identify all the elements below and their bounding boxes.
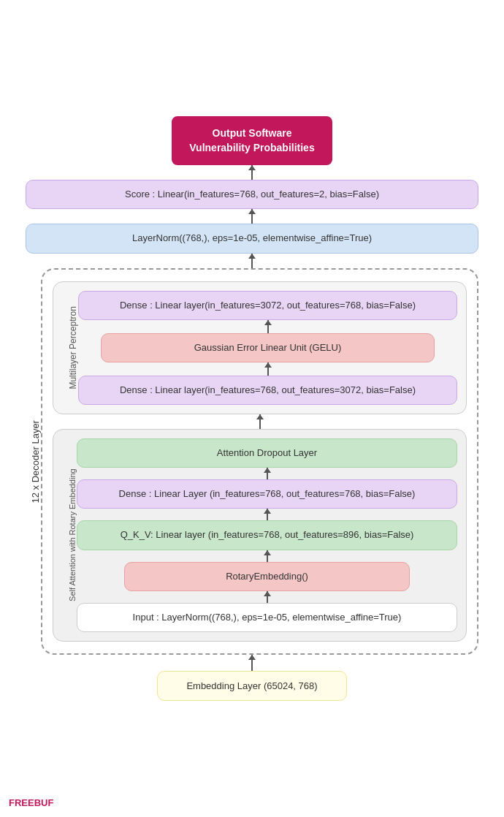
embedding-label: Embedding Layer (65024, 768) (186, 680, 317, 691)
diagram-container: Output Software Vulnerability Probabilit… (26, 116, 478, 701)
decoder-dashed-box: Multilayer Perceptron Dense : Linear lay… (41, 268, 478, 656)
decoder-wrapper: 12 x Decoder Layer Multilayer Perceptron… (26, 268, 478, 656)
attn-inner: Attention Dropout Layer Dense : Linear L… (77, 438, 457, 632)
arrow-mlp2 (267, 362, 269, 376)
embedding-box: Embedding Layer (65024, 768) (157, 671, 347, 701)
qkv-label: Q_K_V: Linear layer (in_features=768, ou… (121, 529, 414, 540)
arrow-mlp1 (267, 320, 269, 333)
watermark: FREEBUF (9, 797, 53, 808)
arrow-attn1 (267, 468, 268, 479)
score-label: Score : Linear(in_features=768, out_feat… (125, 189, 379, 200)
arrow-bottom (251, 655, 253, 671)
qkv-box: Q_K_V: Linear layer (in_features=768, ou… (77, 520, 457, 550)
mlp-inner: Dense : Linear layer(in_features=3072, o… (78, 291, 457, 406)
arrow3 (251, 254, 253, 268)
arrow-between (259, 414, 261, 429)
mlp-dense-out-label: Dense : Linear layer(in_features=3072, o… (120, 300, 416, 311)
mlp-dense-in-label: Dense : Linear layer(in_features=768, ou… (120, 384, 416, 395)
score-box: Score : Linear(in_features=768, out_feat… (26, 180, 478, 209)
rotary-box: RotaryEmbedding() (124, 562, 410, 591)
arrow1 (251, 165, 253, 180)
decoder-label: 12 x Decoder Layer (26, 268, 41, 656)
mlp-label: Multilayer Perceptron (62, 291, 78, 406)
layernorm-top-label: LayerNorm((768,), eps=1e-05, elementwise… (132, 232, 372, 243)
layernorm-top-box: LayerNorm((768,), eps=1e-05, elementwise… (26, 224, 478, 253)
arrow-attn2 (267, 509, 268, 520)
mlp-wrapper: Multilayer Perceptron Dense : Linear lay… (53, 281, 467, 415)
mlp-dense-in-box: Dense : Linear layer(in_features=768, ou… (78, 376, 457, 405)
gelu-label: Gaussian Error Linear Unit (GELU) (194, 342, 342, 353)
input-layernorm-label: Input : LayerNorm((768,), eps=1e-05, ele… (133, 612, 402, 623)
output-box: Output Software Vulnerability Probabilit… (172, 116, 332, 165)
attn-dense-box: Dense : Linear Layer (in_features=768, o… (77, 479, 457, 509)
gelu-box: Gaussian Error Linear Unit (GELU) (101, 333, 435, 362)
attn-label: Self Attention with Rotary Embedding (62, 438, 77, 632)
arrow-attn4 (267, 591, 268, 603)
input-layernorm-box: Input : LayerNorm((768,), eps=1e-05, ele… (77, 603, 457, 632)
output-label: Output Software Vulnerability Probabilit… (189, 127, 314, 153)
rotary-label: RotaryEmbedding() (226, 571, 308, 582)
mlp-dense-out-box: Dense : Linear layer(in_features=3072, o… (78, 291, 457, 320)
attn-wrapper: Self Attention with Rotary Embedding Att… (53, 429, 467, 642)
dropout-box: Attention Dropout Layer (77, 438, 457, 468)
arrow2 (251, 209, 253, 224)
arrow-attn3 (267, 550, 268, 562)
dropout-label: Attention Dropout Layer (217, 447, 317, 458)
attn-dense-label: Dense : Linear Layer (in_features=768, o… (119, 488, 416, 499)
